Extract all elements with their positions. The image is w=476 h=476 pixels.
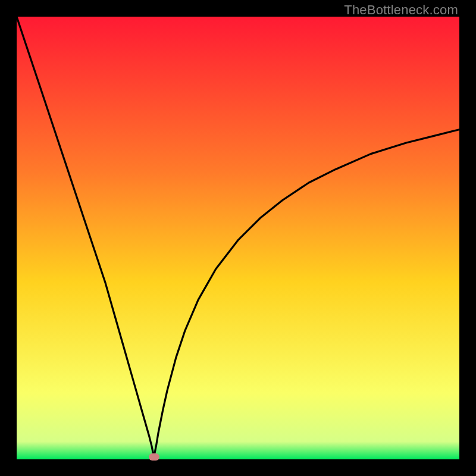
watermark-text: TheBottleneck.com bbox=[344, 2, 458, 18]
chart-frame bbox=[17, 17, 459, 459]
bottleneck-chart bbox=[17, 17, 459, 459]
optimal-point-marker bbox=[149, 453, 159, 461]
gradient-background bbox=[17, 17, 459, 459]
